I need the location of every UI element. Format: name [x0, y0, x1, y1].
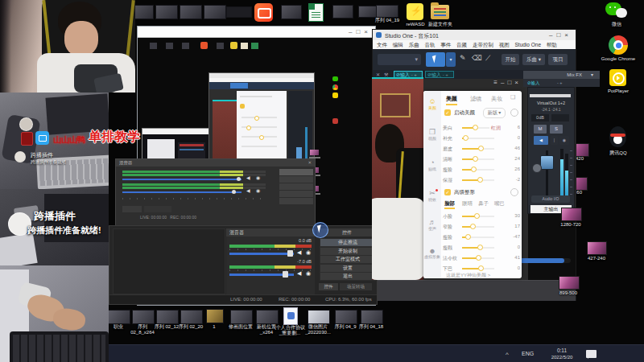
mute-button[interactable]: M	[534, 125, 547, 134]
avatar-tab-icon[interactable]: ☻虚拟形象	[423, 247, 441, 259]
slider-handle[interactable]	[477, 177, 483, 183]
studio-mode-button[interactable]: 工作室模式	[320, 255, 376, 264]
menu-item[interactable]: 事件	[440, 42, 451, 47]
song-button[interactable]: 乐曲 ▾	[522, 54, 545, 65]
webcam-preview[interactable]	[372, 77, 423, 280]
menu-item[interactable]: 走带控制	[473, 42, 493, 47]
version-dropdown[interactable]: 新版 ▾	[483, 108, 506, 118]
layout-icon[interactable]: ❏	[510, 94, 515, 101]
settings-button[interactable]: 设置	[320, 264, 376, 273]
notification-center-icon[interactable]	[586, 350, 597, 358]
volume-slider[interactable]	[122, 179, 242, 180]
slider-handle[interactable]	[474, 213, 480, 219]
slider-handle[interactable]	[465, 234, 471, 240]
file-icon[interactable]	[256, 310, 279, 324]
video-file-icon[interactable]	[204, 5, 226, 19]
pan-knob[interactable]	[532, 163, 542, 173]
menu-item[interactable]: 视图	[499, 42, 510, 47]
menu-item[interactable]: 乐曲	[409, 42, 419, 47]
project-button[interactable]: 项目	[548, 54, 568, 65]
video-file-icon[interactable]	[332, 5, 353, 19]
video-file-icon[interactable]	[281, 5, 302, 19]
subtab-mouth[interactable]: 嘴巴	[494, 200, 505, 208]
subtab-face[interactable]: 脸部	[444, 200, 455, 209]
mixer-input-tab[interactable]: ⊘输入 - +	[523, 79, 600, 87]
subtab-nose[interactable]: 鼻子	[478, 200, 489, 208]
advanced-reshape-checkbox[interactable]: ✓	[444, 189, 451, 195]
language-indicator[interactable]: ENG	[522, 351, 534, 356]
gain-value-2[interactable]	[551, 114, 569, 121]
arrow-tool-button[interactable]	[426, 52, 445, 67]
slider-handle[interactable]	[478, 146, 484, 151]
file-icon[interactable]	[108, 310, 130, 324]
menu-item[interactable]: 音轨	[424, 42, 435, 47]
file-icon[interactable]	[156, 310, 179, 324]
video-file-icon[interactable]	[561, 208, 582, 221]
file-icon[interactable]	[335, 310, 357, 324]
speaker-icon[interactable]: ◀	[297, 249, 301, 256]
menu-item[interactable]: 帮助	[547, 42, 557, 47]
slider-handle[interactable]	[473, 156, 478, 162]
tray-expand-caret[interactable]: ^	[506, 351, 509, 358]
tab-makeup[interactable]: 美妆	[491, 95, 502, 103]
file-icon[interactable]	[361, 310, 383, 324]
slider-handle[interactable]	[283, 271, 288, 278]
window-controls[interactable]: –□×	[549, 31, 572, 39]
paint-tool-icon[interactable]: ✎	[460, 54, 466, 62]
menu-item[interactable]: 音频	[456, 42, 467, 47]
potplayer-icon[interactable]	[609, 69, 626, 86]
cute-face-tab-icon[interactable]: ❐萌颜	[423, 128, 441, 141]
gain-value[interactable]: 0dB	[531, 114, 549, 121]
eraser-tool-icon[interactable]: ⌫	[472, 54, 482, 62]
slider-handle[interactable]	[463, 135, 469, 141]
window-controls[interactable]: –□×	[349, 28, 372, 35]
file-icon[interactable]	[230, 310, 253, 324]
h-scrollbar-thumb[interactable]	[516, 258, 564, 263]
video-file-icon[interactable]	[155, 5, 178, 19]
capture-window-titlebar[interactable]: –□×	[138, 27, 375, 38]
speaker-icon[interactable]: ◀	[297, 270, 301, 277]
speaker-icon[interactable]: ◀	[246, 187, 250, 193]
stop-streaming-button[interactable]: 停止推流	[320, 238, 376, 247]
volume-slider[interactable]	[122, 191, 242, 193]
slider-handle[interactable]	[287, 250, 293, 257]
gear-icon[interactable]: ◉	[256, 187, 260, 193]
video-file-icon[interactable]	[180, 5, 202, 19]
controls-tab[interactable]: 控件	[319, 283, 338, 290]
gear-icon[interactable]: ◉	[256, 175, 260, 180]
slider-handle[interactable]	[473, 125, 478, 130]
chrome-icon[interactable]	[609, 35, 628, 55]
wechat-icon[interactable]	[605, 2, 628, 20]
floating-mixer-titlebar[interactable]: 混音器 ✕	[116, 159, 315, 167]
clock[interactable]: 0:11 2022/5/20	[544, 348, 580, 360]
panel-tab[interactable]	[144, 206, 171, 212]
speaker-icon[interactable]: ◀	[246, 175, 250, 180]
menu-item[interactable]: 编辑	[393, 42, 403, 47]
record-icon[interactable]: ◉	[559, 136, 569, 145]
gear-icon[interactable]: ◉	[306, 270, 311, 277]
slider-handle[interactable]	[470, 224, 476, 229]
slider-handle[interactable]	[478, 265, 484, 271]
close-icon[interactable]: ✕	[308, 159, 312, 167]
split-tool-icon[interactable]: ⟋	[485, 54, 490, 63]
mixfx-header[interactable]: Mix FX▾	[523, 71, 600, 79]
subtab-eyes[interactable]: 眼睛	[462, 200, 473, 208]
slider-handle[interactable]	[232, 190, 236, 194]
slider-handle[interactable]	[237, 177, 241, 181]
huya-app-icon[interactable]	[254, 3, 273, 22]
volume-slider[interactable]	[229, 253, 294, 255]
voice-tab-icon[interactable]: ♬变声	[423, 218, 441, 231]
document-file-icon[interactable]	[283, 307, 298, 325]
file-icon[interactable]	[206, 309, 224, 323]
nested-button[interactable]	[279, 197, 314, 205]
folder-icon[interactable]	[431, 5, 449, 19]
audio-io-button[interactable]: Audio I/O	[531, 195, 570, 203]
floating-mixer-window[interactable]: 混音器 ✕ ◀ ◉ ◀ ◉ LIVE: 00:00:00 REC: 00:00:…	[115, 158, 316, 229]
mixer-panel-header[interactable]: 混音器	[226, 228, 315, 237]
video-file-icon[interactable]	[226, 6, 252, 18]
effects-tab-icon[interactable]: ✂特效	[423, 189, 441, 202]
video-file-icon[interactable]	[587, 241, 607, 255]
mic-icon[interactable]: |	[551, 136, 558, 145]
exit-button[interactable]: 退出	[320, 272, 376, 281]
spreadsheet-file-icon[interactable]	[308, 3, 324, 22]
